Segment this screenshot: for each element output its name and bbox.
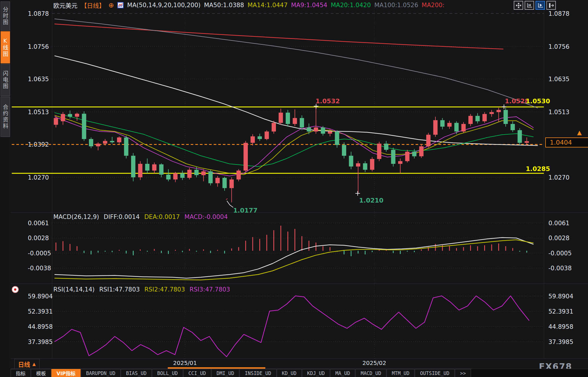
price-axis-label-left: 1.0878	[28, 10, 49, 17]
tab-kd-ud[interactable]: KD_UD	[277, 369, 302, 377]
macd-axis-label-left: 0.0028	[28, 235, 49, 242]
candle-body	[138, 164, 143, 177]
macd-hist-bar	[168, 251, 169, 254]
tab-barupdn-ud[interactable]: BARUPDN_UD	[81, 369, 120, 377]
macd-hist-bar	[358, 251, 359, 254]
target-plus-icon[interactable]: ⊕	[108, 2, 114, 8]
rsi-header: RSI(14,14,14) RSI1:47.7803 RSI2:47.7803 …	[53, 286, 230, 293]
candle-body	[124, 137, 128, 156]
macd-hist-bar	[161, 251, 162, 253]
macd-hist-bar	[463, 247, 464, 251]
ma200-value: MA200:	[422, 2, 445, 9]
candle-body	[518, 130, 522, 143]
tab-boll-ud[interactable]: BOLL_UD	[152, 369, 183, 377]
tab-macd-ud[interactable]: MACD_UD	[355, 369, 386, 377]
macd-hist-bar	[266, 235, 267, 251]
macd-hist-bar	[196, 251, 197, 252]
sidebar-tab-time-chart[interactable]: 分时图	[1, 1, 10, 31]
tab-dmi-ud[interactable]: DMI_UD	[211, 369, 239, 377]
candle-body	[476, 116, 480, 121]
candle-body	[209, 171, 213, 183]
sidebar-tab-contract-info[interactable]: 合约资料	[1, 97, 10, 137]
sidebar-tab-kline-chart[interactable]: K线图	[1, 31, 10, 63]
macd-hist-bar	[154, 249, 155, 251]
tab-bias-ud[interactable]: BIAS_UD	[121, 369, 152, 377]
candle-body	[180, 173, 185, 178]
candle-body	[258, 136, 262, 139]
macd-hist-bar	[77, 246, 77, 251]
tab-ma-ud[interactable]: MA_UD	[330, 369, 355, 377]
candle-body	[482, 114, 487, 121]
candle-body	[293, 118, 297, 124]
price-axis-label-right: 1.0270	[548, 174, 569, 181]
tab-outside-ud[interactable]: OUTSIDE_UD	[415, 369, 454, 377]
candle-body	[335, 131, 339, 145]
macd-axis-label-left: 0.0061	[28, 220, 49, 227]
candle-body	[454, 123, 459, 131]
macd-hist-bar	[309, 241, 309, 251]
macd-hist-bar	[238, 247, 239, 251]
price-annotation: 1.0210	[359, 197, 383, 204]
candle-body	[279, 113, 283, 123]
macd-hist-bar	[273, 230, 274, 251]
candle-body	[447, 123, 452, 127]
candle-body	[342, 145, 346, 156]
axis-scale-icon[interactable]: H	[525, 1, 534, 10]
timeframe-selector[interactable]: 日线 ▲	[14, 359, 40, 369]
current-price-tag: 1.0404	[545, 137, 588, 147]
tab-indicator[interactable]: 指标	[11, 369, 31, 377]
macd-axis-label-right: 0.0028	[548, 235, 569, 242]
price-axis-label-left: 1.0756	[28, 43, 49, 50]
move-crosshair-icon[interactable]	[514, 1, 523, 10]
tab-vip-indicator[interactable]: VIP指标	[51, 369, 81, 377]
main-chart-svg[interactable]: 1.08781.08781.07561.07561.06351.06351.05…	[0, 0, 588, 377]
candle-body	[433, 120, 438, 135]
candle-body	[286, 113, 290, 124]
ma-line-ma100	[54, 19, 538, 108]
macd-hist-bar	[140, 249, 141, 251]
macd-hist-bar	[231, 248, 232, 251]
macd-title: MACD(26,12,9)	[53, 213, 99, 220]
macd-hist-bar	[505, 246, 506, 251]
period-tag[interactable]: 【日线】	[81, 1, 105, 9]
candle-body	[328, 131, 332, 134]
candle-body	[223, 178, 227, 188]
macd-hist-bar	[105, 251, 106, 252]
chart-header: 欧元美元 【日线】 ⊕ MA(50,14,9,20,100,200) MA50:…	[53, 1, 445, 9]
tab-kdj-ud[interactable]: KDJ_UD	[302, 369, 330, 377]
macd-hist-bar	[133, 251, 134, 255]
shift-right-icon[interactable]	[546, 1, 556, 10]
candle-body	[229, 179, 234, 188]
macd-hist-bar	[70, 244, 71, 251]
macd-hist-bar	[287, 232, 288, 251]
candle-body	[145, 164, 149, 170]
candle-body	[68, 114, 72, 116]
candle-body	[384, 144, 388, 150]
axis-play-icon[interactable]	[536, 1, 545, 10]
tab-mtm-ud[interactable]: MTM_UD	[387, 369, 414, 377]
candle-body	[117, 137, 121, 142]
tab-cci-ud[interactable]: CCI_UD	[183, 369, 211, 377]
tab-inside-ud[interactable]: INSIDE_UD	[240, 369, 276, 377]
macd-hist-bar	[365, 251, 366, 254]
macd-hist-bar	[224, 251, 225, 254]
macd-hist-bar	[372, 251, 373, 252]
candle-body	[166, 175, 171, 180]
tab-more[interactable]: >>	[455, 369, 471, 377]
macd-hist-bar	[330, 247, 330, 251]
price-axis-label-left: 1.0635	[28, 76, 49, 83]
rsi-axis-label-left: 44.8958	[28, 323, 53, 330]
macd-dea-value: DEA:0.0017	[144, 213, 180, 220]
candle-body	[391, 150, 396, 164]
alert-indicator-icon[interactable]	[12, 286, 19, 293]
sidebar-tab-lightning-chart[interactable]: 闪电图	[1, 64, 10, 96]
macd-dea-line	[54, 240, 534, 280]
candle-body	[61, 114, 65, 121]
candle-body	[440, 120, 445, 127]
tab-template[interactable]: 模板	[31, 369, 51, 377]
ma100-value: MA100:1.0526	[374, 2, 418, 9]
candle-body	[187, 170, 192, 178]
mini-chart-icon[interactable]	[117, 1, 124, 9]
candle-body	[194, 170, 199, 175]
candle-body	[349, 156, 353, 167]
